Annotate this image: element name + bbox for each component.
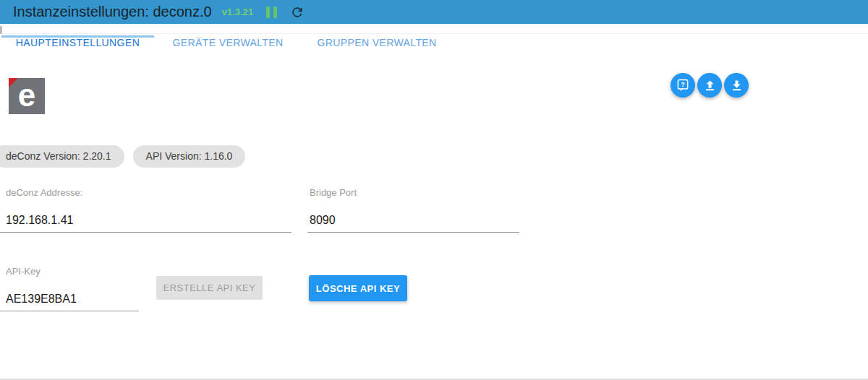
bridge-port-label: Bridge Port xyxy=(307,187,519,198)
deconz-logo: e xyxy=(9,78,45,114)
active-tab-indicator xyxy=(1,35,154,38)
tab-haupteinstellungen[interactable]: HAUPTEINSTELLUNGEN xyxy=(1,24,154,61)
tab-bar: HAUPTEINSTELLUNGEN GERÄTE VERWALTEN GRUP… xyxy=(0,24,868,61)
api-key-input[interactable] xyxy=(0,287,139,311)
bridge-port-input[interactable] xyxy=(307,208,519,233)
create-api-key-button: ERSTELLE API KEY xyxy=(156,276,263,300)
scrollbar-fragment xyxy=(0,26,2,34)
header-bar: Instanzeinstellungen: deconz.0 v1.3.21 xyxy=(0,0,868,24)
refresh-icon xyxy=(290,5,305,20)
pause-bar xyxy=(273,7,277,18)
bridge-port-field: Bridge Port xyxy=(307,187,519,233)
tab-geraete-verwalten[interactable]: GERÄTE VERWALTEN xyxy=(154,24,302,61)
help-button[interactable]: ? xyxy=(671,73,695,98)
version-chip-row: deConz Version: 2.20.1 API Version: 1.16… xyxy=(0,145,245,168)
help-icon: ? xyxy=(676,78,690,92)
pause-icon[interactable] xyxy=(266,7,277,18)
deconz-address-label: deConz Addresse: xyxy=(0,187,292,198)
page-title: Instanzeinstellungen: deconz.0 xyxy=(13,4,212,20)
logo-corner-triangle xyxy=(9,78,18,87)
chip-deconz-version: deConz Version: 2.20.1 xyxy=(0,145,124,168)
deconz-address-input[interactable] xyxy=(0,208,292,233)
upload-button[interactable] xyxy=(697,73,722,98)
api-key-field: API-Key xyxy=(0,266,139,311)
tab-gruppen-verwalten[interactable]: GRUPPEN VERWALTEN xyxy=(302,24,452,61)
deconz-address-field: deConz Addresse: xyxy=(0,187,292,233)
svg-text:?: ? xyxy=(681,81,685,88)
download-button[interactable] xyxy=(724,73,749,98)
api-key-label: API-Key xyxy=(0,266,139,277)
version-badge: v1.3.21 xyxy=(222,7,253,17)
upload-icon xyxy=(703,79,717,92)
tab-divider xyxy=(0,33,868,34)
instance-settings-page: Instanzeinstellungen: deconz.0 v1.3.21 H… xyxy=(0,0,868,380)
delete-api-key-button[interactable]: LÖSCHE API KEY xyxy=(309,275,407,301)
pause-bar xyxy=(266,7,270,18)
fab-toolbar: ? xyxy=(671,73,749,98)
refresh-button[interactable] xyxy=(289,4,305,20)
download-icon xyxy=(730,79,744,92)
chip-api-version: API Version: 1.16.0 xyxy=(133,145,246,168)
